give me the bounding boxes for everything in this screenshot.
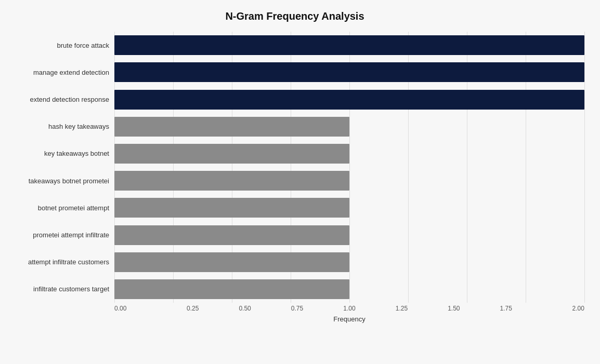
bar-label: key takeaways botnet <box>5 150 114 157</box>
bar <box>114 198 349 218</box>
plot-area: brute force attackmanage extend detectio… <box>5 32 584 323</box>
bar-track <box>114 276 584 303</box>
bar-label: brute force attack <box>5 42 114 49</box>
bar-label: prometei attempt infiltrate <box>5 231 114 239</box>
bar-label: hash key takeaways <box>5 123 114 130</box>
bar-track <box>114 194 584 221</box>
bar-track <box>114 32 584 59</box>
bar <box>114 171 349 191</box>
bar <box>114 62 584 82</box>
bar-label: attempt infiltrate customers <box>5 258 114 266</box>
x-tick: 1.50 <box>428 305 480 312</box>
x-tick: 0.25 <box>166 305 218 312</box>
bars-section: brute force attackmanage extend detectio… <box>5 32 584 303</box>
grid-line <box>584 32 585 303</box>
bar-label: extend detection response <box>5 96 114 103</box>
chart-container: N-Gram Frequency Analysis brute force at… <box>0 0 600 364</box>
x-tick: 1.75 <box>480 305 532 312</box>
bar-track <box>114 86 584 113</box>
bar-row: extend detection response <box>5 86 584 113</box>
bar-row: attempt infiltrate customers <box>5 249 584 276</box>
bar-label: botnet prometei attempt <box>5 204 114 212</box>
bar <box>114 225 349 245</box>
bar-track <box>114 59 584 86</box>
x-tick: 2.00 <box>532 305 584 312</box>
chart-title: N-Gram Frequency Analysis <box>5 10 584 22</box>
bar-track <box>114 113 584 140</box>
bar <box>114 35 584 55</box>
bar-track <box>114 249 584 276</box>
x-tick: 0.50 <box>219 305 271 312</box>
bar-row: key takeaways botnet <box>5 140 584 167</box>
bar-track <box>114 140 584 167</box>
bar <box>114 252 349 272</box>
bar <box>114 117 349 137</box>
bar <box>114 144 349 164</box>
bar-track <box>114 221 584 248</box>
x-axis-label: Frequency <box>114 315 584 323</box>
bar <box>114 90 584 110</box>
bar-row: infiltrate customers target <box>5 276 584 303</box>
bar-label: infiltrate customers target <box>5 285 114 293</box>
bar-track <box>114 167 584 194</box>
bar-label: takeaways botnet prometei <box>5 177 114 185</box>
x-tick: 1.00 <box>323 305 375 312</box>
bar-row: botnet prometei attempt <box>5 194 584 221</box>
x-tick: 0.00 <box>114 305 166 312</box>
x-tick: 1.25 <box>375 305 427 312</box>
bar-row: brute force attack <box>5 32 584 59</box>
bar-label: manage extend detection <box>5 69 114 76</box>
bar <box>114 279 349 299</box>
x-axis: 0.000.250.500.751.001.251.501.752.00 <box>114 305 584 312</box>
bar-row: takeaways botnet prometei <box>5 167 584 194</box>
x-tick: 0.75 <box>271 305 323 312</box>
bar-row: hash key takeaways <box>5 113 584 140</box>
bar-row: prometei attempt infiltrate <box>5 221 584 248</box>
bar-row: manage extend detection <box>5 59 584 86</box>
